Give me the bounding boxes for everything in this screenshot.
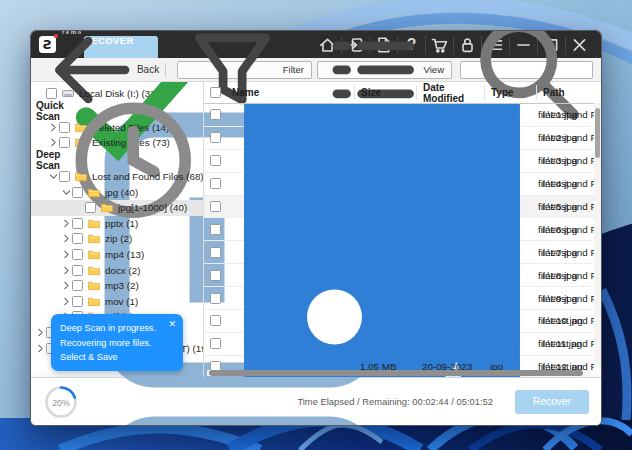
chevron-right-icon[interactable] xyxy=(35,343,46,354)
toolbar: Back Local Disk (I:)Lost and...jpgjpg[1-… xyxy=(31,58,601,82)
folder-icon xyxy=(87,265,101,276)
tooltip-line: Recovering more files. xyxy=(60,336,174,350)
checkbox[interactable] xyxy=(72,187,83,198)
folder-icon xyxy=(87,218,101,229)
progress-percent: 20% xyxy=(52,397,70,407)
select-all-checkbox[interactable] xyxy=(210,87,221,98)
column-header-path[interactable]: Path xyxy=(536,85,594,100)
checkbox[interactable] xyxy=(72,233,83,244)
row-checkbox-cell xyxy=(204,247,230,258)
checkbox[interactable] xyxy=(85,202,96,213)
row-checkbox-cell xyxy=(204,315,230,326)
svg-text:Ƨ: Ƨ xyxy=(43,37,52,52)
checkbox[interactable] xyxy=(210,224,221,235)
chevron-right-icon[interactable] xyxy=(61,296,72,307)
checkbox[interactable] xyxy=(210,338,221,349)
cell-path: I:\Lost and F xyxy=(536,178,594,189)
column-header-size[interactable]: Size xyxy=(354,85,416,100)
tree-item[interactable]: mp3 (2) xyxy=(31,278,203,294)
column-header-type[interactable]: Type xyxy=(484,85,536,100)
row-checkbox-cell xyxy=(204,201,230,212)
chevron-right-icon[interactable] xyxy=(61,233,72,244)
tree-item[interactable]: Lost and Found Files (68) xyxy=(31,169,203,185)
checkbox[interactable] xyxy=(210,247,221,258)
row-checkbox-cell xyxy=(204,293,230,304)
checkbox[interactable] xyxy=(72,249,83,260)
chevron-right-icon[interactable] xyxy=(48,137,59,148)
tree-item-label: docx (2) xyxy=(105,265,140,276)
checkbox[interactable] xyxy=(46,88,57,99)
row-checkbox-cell xyxy=(204,270,230,281)
table-header: NameSizeDate ModifiedTypePath xyxy=(204,82,601,104)
tree-section-label: Deep Scan xyxy=(36,149,60,171)
search-box[interactable] xyxy=(460,61,593,79)
tree-item[interactable]: mov (1) xyxy=(31,294,203,310)
checkbox[interactable] xyxy=(210,132,221,143)
checkbox[interactable] xyxy=(210,201,221,212)
statusbar: 20% Deep Scan in progress... Found: 333 … xyxy=(31,377,601,425)
row-checkbox-cell xyxy=(204,132,230,143)
checkbox[interactable] xyxy=(210,109,221,120)
checkbox[interactable] xyxy=(72,296,83,307)
tooltip-line: Select & Save xyxy=(60,350,174,364)
tree-item-label: jpg[1-1000] (40) xyxy=(118,202,187,213)
checkbox[interactable] xyxy=(72,280,83,291)
tooltip-line: Deep Scan in progress. xyxy=(60,321,174,335)
checkbox[interactable] xyxy=(210,293,221,304)
chevron-right-icon[interactable] xyxy=(35,327,46,338)
tree-item-label: jpg (40) xyxy=(105,187,138,198)
buy-button[interactable] xyxy=(425,36,453,54)
cell-path: I:\Lost and F xyxy=(536,247,594,258)
checkbox[interactable] xyxy=(210,315,221,326)
folder-icon xyxy=(87,296,101,307)
deep-scan-tooltip: ✕ Deep Scan in progress. Recovering more… xyxy=(51,314,183,371)
cell-path: I:\Lost and F xyxy=(536,201,594,212)
chevron-right-icon[interactable] xyxy=(61,249,72,260)
vertical-scrollbar[interactable] xyxy=(594,103,601,368)
chevron-right-icon[interactable] xyxy=(61,265,72,276)
view-button[interactable]: View xyxy=(317,61,452,79)
horizontal-scrollbar[interactable] xyxy=(207,370,591,376)
checkbox[interactable] xyxy=(72,265,83,276)
content-area: Local Disk (I:) (333)Quick ScanDeleted F… xyxy=(31,82,601,377)
chevron-right-icon[interactable] xyxy=(48,122,59,133)
cell-path: I:\Lost and F xyxy=(536,224,594,235)
time-elapsed-remaining: Time Elapsed / Remaining: 00:02:44 / 05:… xyxy=(297,396,493,407)
filter-label: Filter xyxy=(283,64,304,75)
row-checkbox-cell xyxy=(204,109,230,120)
checkbox[interactable] xyxy=(210,270,221,281)
chevron-down-icon[interactable] xyxy=(48,171,59,182)
tree-item-label: pptx (1) xyxy=(105,218,138,229)
checkbox[interactable] xyxy=(59,171,70,182)
tree-item[interactable]: docx (2) xyxy=(31,262,203,278)
row-checkbox-cell xyxy=(204,338,230,349)
checkbox[interactable] xyxy=(210,178,221,189)
folder-icon xyxy=(87,249,101,260)
checkbox[interactable] xyxy=(72,218,83,229)
tree-section-deep-scan: Deep Scan xyxy=(31,151,203,169)
progress-ring: 20% xyxy=(43,384,79,420)
view-label: View xyxy=(424,64,444,75)
chevron-right-icon[interactable] xyxy=(61,218,72,229)
folder-icon xyxy=(87,187,101,198)
folder-icon xyxy=(87,280,101,291)
chevron-right-icon[interactable] xyxy=(61,280,72,291)
recover-button[interactable]: Recover xyxy=(515,390,589,414)
tooltip-close-icon[interactable]: ✕ xyxy=(168,318,176,332)
column-header-date-modified[interactable]: Date Modified xyxy=(416,85,484,100)
file-list-panel: NameSizeDate ModifiedTypePath file#1.jpg… xyxy=(204,82,601,377)
cell-name: file#12.jpg xyxy=(230,217,354,377)
cell-path: I:\Lost and F xyxy=(536,132,594,143)
cell-path: I:\Lost and F xyxy=(536,293,594,304)
tree-section-label: Quick Scan xyxy=(36,100,64,122)
row-checkbox-cell xyxy=(204,155,230,166)
chevron-down-icon[interactable] xyxy=(61,187,72,198)
app-window: Ƨ remo RECOVER ? Back Local Disk (I:)Los… xyxy=(30,30,602,426)
tree-item[interactable]: mp4 (13) xyxy=(31,247,203,263)
tree-item-label: Lost and Found Files (68) xyxy=(92,171,204,182)
checkbox[interactable] xyxy=(210,155,221,166)
filter-button[interactable]: Filter xyxy=(177,61,312,79)
row-checkbox-cell xyxy=(204,224,230,235)
tree-item[interactable]: zip (2) xyxy=(31,231,203,247)
column-header-name[interactable]: Name xyxy=(230,85,354,100)
